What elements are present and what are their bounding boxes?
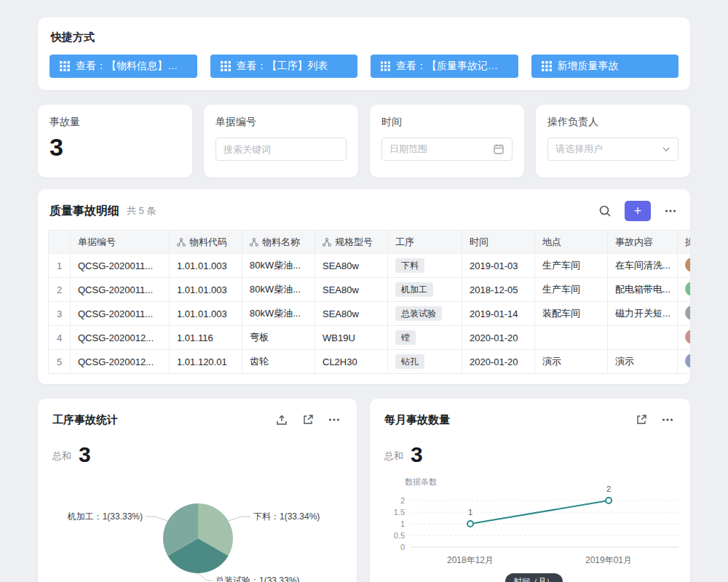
cell-doc-number: QCSG-2020012...: [71, 350, 170, 374]
shortcut-view-material-list-button[interactable]: 查看：【物料信息】列表: [50, 55, 197, 78]
col-place[interactable]: 地点: [535, 231, 608, 254]
line-total-label: 总和: [384, 450, 403, 466]
cell-content: 在车间清洗...: [608, 254, 678, 278]
cell-material-code: 1.01.120.01: [170, 350, 242, 374]
cell-spec: SEA80w: [315, 278, 388, 302]
cell-doc-number: QCSG-2020011...: [71, 254, 170, 278]
pie-chart[interactable]: 下料：1(33.34%) 机加工：1(33.33%) 总装试验：1(33.33%…: [38, 498, 357, 582]
shortcuts-title: 快捷方式: [50, 29, 678, 44]
y-tick: 1.5: [394, 508, 405, 517]
cell-process: 钻孔: [388, 350, 462, 374]
quality-accident-table: 单据编号 物料代码 物料名称 规格型号 工序 时间 地点 事故内: [48, 230, 690, 374]
col-content[interactable]: 事故内容: [608, 231, 678, 254]
pie-card-actions: [274, 412, 342, 428]
cell-place: [535, 326, 608, 350]
export-icon[interactable]: [274, 412, 290, 428]
doc-number-search-input[interactable]: [223, 144, 339, 155]
filter-row: 事故量 3 单据编号 时间 日期范围 操作负责人 请选择用户: [38, 105, 690, 178]
col-label: 物料代码: [189, 236, 227, 249]
cell-operator: [678, 278, 691, 302]
line-chart[interactable]: 数据条数 2 1.5 1 0.5 0 1 2: [376, 474, 684, 582]
table-row[interactable]: 2 QCSG-2020011... 1.01.01.003 80kW柴油... …: [49, 278, 691, 302]
process-tag: 机加工: [395, 282, 433, 297]
col-time[interactable]: 时间: [462, 231, 535, 254]
cell-material-name: 齿轮: [242, 350, 315, 374]
x-tick: 2019年01月: [585, 555, 632, 565]
operator-filter-card: 操作负责人 请选择用户: [536, 105, 690, 178]
cell-material-name: 80kW柴油...: [242, 254, 315, 278]
grid-icon: [381, 61, 390, 71]
avatar: [685, 306, 690, 320]
col-doc-number[interactable]: 单据编号: [71, 231, 170, 254]
y-tick: 2: [400, 496, 405, 505]
col-material-code[interactable]: 物料代码: [170, 231, 242, 254]
date-range-picker[interactable]: 日期范围: [381, 137, 513, 161]
pie-total-label: 总和: [52, 450, 71, 466]
open-in-new-icon[interactable]: [300, 412, 316, 428]
line-total-value: 3: [411, 444, 423, 466]
data-point[interactable]: [606, 498, 612, 503]
search-icon[interactable]: [597, 203, 613, 219]
more-menu-icon[interactable]: [326, 412, 342, 428]
cell-process: 镗: [388, 326, 462, 350]
relation-field-icon: [177, 238, 186, 247]
col-label: 物料名称: [262, 236, 300, 249]
row-index: 3: [49, 302, 71, 326]
table-row[interactable]: 3 QCSG-2020011... 1.01.01.003 80kW柴油... …: [49, 302, 691, 326]
doc-number-search-box[interactable]: [215, 137, 347, 161]
cell-material-code: 1.01.01.003: [170, 302, 242, 326]
process-tag: 钻孔: [395, 354, 424, 369]
operator-filter-label: 操作负责人: [547, 116, 678, 129]
x-axis-title-pill: 时间（月）: [505, 573, 563, 582]
cell-content: 配电箱带电...: [608, 278, 678, 302]
open-in-new-icon[interactable]: [633, 412, 649, 428]
table-row[interactable]: 4 QCSG-2020012... 1.01.116 弯板 WB19U 镗 20…: [49, 326, 691, 350]
line-total: 总和 3: [370, 428, 690, 466]
table-row-count: 共 5 条: [127, 204, 156, 218]
chevron-down-icon: [662, 145, 670, 154]
line-card-actions: [633, 412, 676, 428]
time-filter-label: 时间: [381, 116, 513, 129]
shortcut-label: 查看：【质量事故记录】...: [396, 60, 508, 73]
cell-spec: SEA80w: [315, 302, 388, 326]
col-process[interactable]: 工序: [388, 231, 462, 254]
add-record-button[interactable]: +: [625, 201, 651, 221]
table-header-row: 单据编号 物料代码 物料名称 规格型号 工序 时间 地点 事故内: [49, 231, 691, 254]
col-operator-clipped[interactable]: 操: [678, 231, 691, 254]
table-row[interactable]: 1 QCSG-2020011... 1.01.01.003 80kW柴油... …: [49, 254, 691, 278]
shortcut-label: 查看：【工序】列表: [237, 60, 328, 73]
charts-row: 工序事故统计 总和 3: [38, 399, 690, 582]
pie-chart-title: 工序事故统计: [52, 413, 118, 427]
table-header-bar: 质量事故明细 共 5 条 +: [38, 189, 690, 230]
line-chart-title: 每月事故数量: [384, 413, 450, 427]
cell-content: [608, 326, 678, 350]
quality-accident-table-card: 质量事故明细 共 5 条 + 单据编号: [38, 189, 690, 384]
x-tick: 2018年12月: [447, 555, 494, 565]
table-row[interactable]: 5 QCSG-2020012... 1.01.120.01 齿轮 CL2H30 …: [49, 350, 691, 374]
operator-select[interactable]: 请选择用户: [547, 137, 678, 161]
shortcut-add-quality-accident-button[interactable]: 新增质量事故: [531, 55, 679, 78]
cell-place: 演示: [535, 350, 608, 374]
date-range-placeholder: 日期范围: [389, 143, 488, 156]
more-menu-icon[interactable]: [662, 203, 678, 219]
col-material-name[interactable]: 物料名称: [242, 231, 315, 254]
table-scroll-area[interactable]: 单据编号 物料代码 物料名称 规格型号 工序 时间 地点 事故内: [48, 230, 690, 374]
shortcuts-card: 快捷方式 查看：【物料信息】列表 查看：【工序】列表 查看：【质量事故记录】..…: [38, 17, 690, 90]
more-menu-icon[interactable]: [660, 412, 676, 428]
cell-spec: CL2H30: [315, 350, 388, 374]
accident-count-value: 3: [50, 135, 181, 159]
cell-material-code: 1.01.01.003: [170, 278, 242, 302]
pie-label-xialiao: 下料：1(33.34%): [253, 511, 320, 522]
shortcut-view-process-list-button[interactable]: 查看：【工序】列表: [210, 55, 358, 78]
row-index: 5: [49, 350, 71, 374]
cell-process: 机加工: [388, 278, 462, 302]
data-point[interactable]: [467, 521, 473, 527]
point-label: 2: [606, 485, 611, 493]
row-index: 2: [49, 278, 71, 302]
line-card-header: 每月事故数量: [370, 399, 690, 428]
shortcut-view-quality-records-button[interactable]: 查看：【质量事故记录】...: [371, 55, 518, 78]
leader-line: [146, 517, 167, 521]
cell-material-code: 1.01.01.003: [170, 254, 242, 278]
col-spec[interactable]: 规格型号: [315, 231, 388, 254]
grid-icon: [221, 61, 231, 71]
